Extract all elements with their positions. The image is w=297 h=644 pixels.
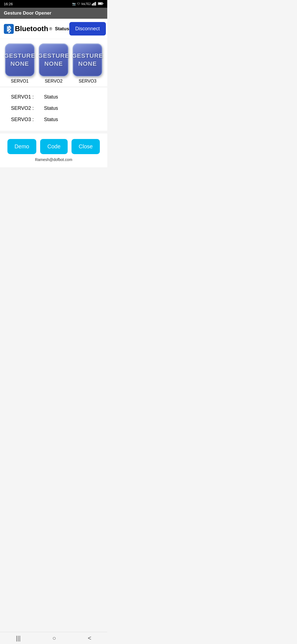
svg-rect-1 <box>93 3 94 6</box>
servo3-status-row: SERVO3 : Status <box>11 117 102 122</box>
gesture-card-1-line2: NONE <box>10 60 29 68</box>
servo1-key: SERVO1 : <box>11 94 41 100</box>
svg-rect-2 <box>94 2 95 6</box>
code-button[interactable]: Code <box>40 139 68 154</box>
status-bar: 16:26 📷 🛡 VoLTE2 <box>0 0 107 8</box>
servo1-status-row: SERVO1 : Status <box>11 94 102 100</box>
app-title: Gesture Door Opener <box>4 10 51 16</box>
gesture-card-2-line1: GESTURE <box>38 52 69 60</box>
disconnect-button[interactable]: Disconnect <box>69 22 106 36</box>
bluetooth-icon <box>4 24 14 34</box>
header-status-label: Status <box>55 26 69 32</box>
status-bar-time: 16:26 <box>4 2 13 6</box>
svg-rect-0 <box>92 4 93 6</box>
servo-label-1: SERVO1 <box>11 79 29 84</box>
signal-icon <box>92 2 97 6</box>
servo2-status-row: SERVO2 : Status <box>11 105 102 111</box>
demo-button[interactable]: Demo <box>7 139 36 154</box>
servo1-value: Status <box>44 94 58 100</box>
bluetooth-reg: ® <box>49 27 52 31</box>
gesture-card-1-line1: GESTURE <box>4 52 35 60</box>
svg-rect-3 <box>95 2 96 6</box>
gesture-card-3-line2: NONE <box>78 60 97 68</box>
servo2-key: SERVO2 : <box>11 105 41 111</box>
gesture-card-1[interactable]: GESTURE NONE <box>5 43 35 77</box>
status-bar-right: 📷 🛡 VoLTE2 <box>72 2 103 6</box>
status-section: SERVO1 : Status SERVO2 : Status SERVO3 :… <box>0 88 107 131</box>
gesture-col-2: GESTURE NONE SERVO2 <box>39 43 68 84</box>
gesture-card-3[interactable]: GESTURE NONE <box>73 43 102 77</box>
email-text: Ramesh@dofbot.com <box>35 157 72 162</box>
close-button[interactable]: Close <box>72 139 100 154</box>
bluetooth-label: Bluetooth <box>15 24 48 33</box>
gesture-card-3-line1: GESTURE <box>72 52 103 60</box>
svg-rect-5 <box>103 3 103 4</box>
servo3-key: SERVO3 : <box>11 117 41 122</box>
servo2-value: Status <box>44 105 58 111</box>
header-row: Bluetooth® Status Disconnect <box>0 19 107 39</box>
email-label: Ramesh@dofbot.com <box>0 156 107 167</box>
servo3-value: Status <box>44 117 58 122</box>
shield-icon: 🛡 <box>77 2 80 6</box>
action-row: Demo Code Close <box>0 133 107 156</box>
gesture-col-3: GESTURE NONE SERVO3 <box>73 43 102 84</box>
servo-label-2: SERVO2 <box>45 79 63 84</box>
gesture-card-2[interactable]: GESTURE NONE <box>39 43 68 77</box>
lte-label: VoLTE2 <box>81 2 91 6</box>
bluetooth-section: Bluetooth® Status <box>4 24 69 34</box>
camera-icon: 📷 <box>72 2 76 6</box>
gesture-card-2-line2: NONE <box>44 60 63 68</box>
gesture-col-1: GESTURE NONE SERVO1 <box>5 43 35 84</box>
app-title-bar: Gesture Door Opener <box>0 8 107 19</box>
gesture-row: GESTURE NONE SERVO1 GESTURE NONE SERVO2 … <box>0 39 107 86</box>
battery-icon <box>98 2 103 6</box>
svg-rect-6 <box>98 3 102 4</box>
servo-label-3: SERVO3 <box>79 79 97 84</box>
